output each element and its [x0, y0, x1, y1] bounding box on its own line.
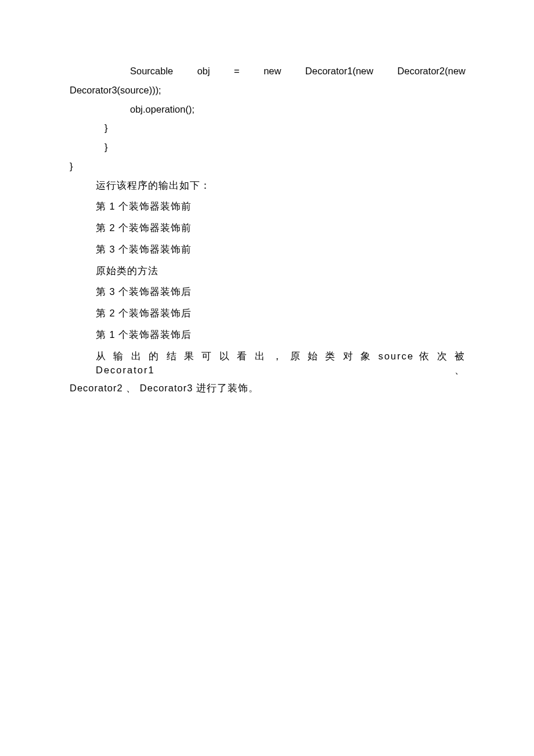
output-line: 第 3 个装饰器装饰后: [70, 285, 466, 299]
code-line: Sourcable obj = new Decorator1(new Decor…: [70, 64, 466, 78]
output-line: 第 2 个装饰器装饰前: [70, 221, 466, 235]
code-brace-close: }: [70, 140, 466, 154]
code-brace-close: }: [70, 121, 466, 135]
output-line: 第 2 个装饰器装饰后: [70, 306, 466, 321]
document-page: Sourcable obj = new Decorator1(new Decor…: [0, 0, 534, 756]
summary-text: Decorator2 、 Decorator3 进行了装饰。: [70, 381, 466, 395]
summary-text: 从 输 出 的 结 果 可 以 看 出 ， 原 始 类 对 象 source 依…: [70, 349, 466, 378]
code-brace-close: }: [70, 159, 466, 174]
code-line-continuation: Decorator3(source)));: [70, 83, 466, 98]
output-line: 第 3 个装饰器装饰前: [70, 242, 466, 257]
code-line: obj.operation();: [70, 102, 466, 117]
output-line: 原始类的方法: [70, 264, 466, 278]
output-intro: 运行该程序的输出如下：: [70, 178, 466, 193]
output-line: 第 1 个装饰器装饰前: [70, 199, 466, 214]
output-line: 第 1 个装饰器装饰后: [70, 327, 466, 342]
